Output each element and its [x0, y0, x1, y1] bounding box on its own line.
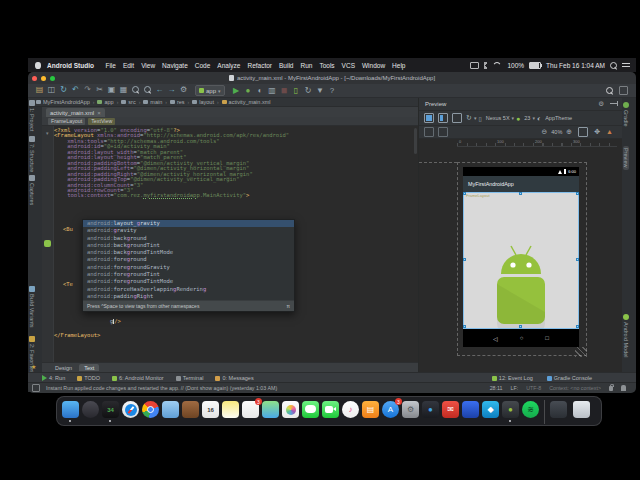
menu-item-run[interactable]: Run — [300, 62, 312, 69]
hide-panel-icon[interactable] — [610, 103, 617, 104]
tab-design[interactable]: Design — [50, 364, 77, 371]
context-indicator[interactable]: Context: <no context> — [549, 385, 601, 391]
panel-toggle-icon[interactable] — [619, 86, 628, 95]
selection-handle[interactable] — [463, 192, 466, 195]
orientation-icon[interactable]: ↻ — [466, 114, 472, 122]
tool-button-todo[interactable]: TODO — [77, 375, 100, 381]
profiler-icon[interactable]: ▥ — [267, 84, 278, 98]
apple-icon[interactable] — [35, 62, 41, 69]
sync-icon[interactable]: ↻ — [58, 83, 69, 98]
android-gutter-icon[interactable] — [44, 240, 51, 247]
breadcrumb-framelayout[interactable]: FrameLayout — [48, 118, 85, 125]
run-configuration-select[interactable]: app ▾ — [195, 85, 225, 96]
sidebar-item-gradle[interactable]: Gradle — [623, 102, 629, 127]
menu-item-vcs[interactable]: VCS — [342, 62, 355, 69]
variant-icon[interactable] — [424, 127, 434, 137]
debug-icon[interactable]: ● — [243, 84, 254, 98]
sidebar-item-1-project[interactable]: 1: Project — [29, 100, 35, 131]
redo-icon[interactable]: ↷ — [82, 83, 93, 98]
dock-facetime-icon[interactable] — [322, 401, 339, 418]
undo-icon[interactable]: ↶ — [70, 83, 81, 98]
selection-handle[interactable] — [463, 325, 466, 328]
fold-icon[interactable]: ▾ — [46, 130, 49, 136]
autocomplete-item[interactable]: android:forceHasOverlappingRendering — [83, 286, 294, 293]
selection-handle[interactable] — [463, 258, 466, 261]
dock-notes-icon[interactable] — [222, 401, 239, 418]
status-message[interactable]: Instant Run applied code changes and res… — [46, 385, 277, 391]
lock-icon[interactable] — [609, 386, 613, 391]
tool-button-terminal[interactable]: Terminal — [176, 375, 204, 381]
wifi-icon[interactable] — [492, 62, 502, 69]
dock-reminders-icon[interactable]: 3 — [242, 401, 259, 418]
both-surfaces-icon[interactable] — [452, 113, 462, 123]
dock-photos-icon[interactable] — [282, 401, 299, 418]
menu-item-build[interactable]: Build — [279, 62, 293, 69]
menu-item-file[interactable]: File — [105, 62, 115, 69]
autocomplete-item[interactable]: android:backgroundTint — [83, 242, 294, 249]
dock-droplet-app-icon[interactable]: ● — [422, 401, 439, 418]
autocomplete-item[interactable]: android:foregroundTintMode — [83, 278, 294, 285]
tool-button-12-event-log[interactable]: 12: Event Log — [492, 375, 533, 381]
battery-icon[interactable] — [529, 62, 541, 69]
menu-item-help[interactable]: Help — [392, 62, 405, 69]
dock-spotify-icon[interactable]: ≋ — [522, 401, 539, 418]
tool-button-4-run[interactable]: 4: Run — [42, 375, 65, 381]
notifications-bell-icon[interactable]: ▲ — [606, 128, 613, 135]
sdk-manager-icon[interactable]: ▼ — [315, 84, 326, 98]
breadcrumb-item-activity-main-xml[interactable]: activity_main.xml — [222, 99, 271, 105]
replace-icon[interactable] — [142, 83, 153, 98]
breadcrumb-item-app[interactable]: app — [97, 99, 113, 105]
menu-item-analyze[interactable]: Analyze — [217, 62, 240, 69]
dock-kodi-icon[interactable]: ◆ — [482, 401, 499, 418]
search-everywhere-icon[interactable] — [606, 87, 613, 94]
dock-finder-icon[interactable] — [62, 401, 79, 418]
back-icon[interactable]: ← — [154, 83, 165, 98]
caret-position[interactable]: 28:11 — [490, 385, 503, 391]
dock-mail-icon[interactable]: ✉ — [442, 401, 459, 418]
editor-scrollbar[interactable] — [414, 128, 417, 154]
device-content[interactable]: FrameLayout — [463, 192, 579, 329]
dock-downloads-folder-icon[interactable] — [550, 401, 567, 418]
zoom-out-icon[interactable]: ⊖ — [541, 128, 547, 136]
dock-contacts-icon[interactable] — [182, 401, 199, 418]
autocomplete-item[interactable]: android:foregroundGravity — [83, 264, 294, 271]
stop-icon[interactable]: ◼ — [279, 84, 290, 98]
sidebar-item-build-variants[interactable]: Build Variants — [29, 286, 35, 328]
menu-item-code[interactable]: Code — [195, 62, 211, 69]
copy-icon[interactable]: ▣ — [106, 83, 117, 98]
forward-icon[interactable]: → — [166, 83, 177, 98]
menu-item-window[interactable]: Window — [362, 62, 385, 69]
notification-center-icon[interactable] — [622, 62, 630, 69]
dock-preview-app-icon[interactable] — [162, 401, 179, 418]
favorites-star-icon[interactable]: ★ — [31, 363, 36, 370]
pan-icon[interactable]: ✥ — [594, 128, 600, 136]
zoom-fit-icon[interactable] — [578, 127, 588, 137]
theme-select[interactable]: AppTheme — [545, 115, 572, 121]
dock-terminal-icon[interactable]: 34 — [102, 401, 119, 418]
sync-gradle-icon[interactable]: ↻ — [303, 84, 314, 98]
autocomplete-item[interactable]: android:gravity — [83, 227, 294, 234]
dock-app-store-icon[interactable]: A3 — [382, 401, 399, 418]
menu-item-edit[interactable]: Edit — [123, 62, 134, 69]
find-icon[interactable] — [130, 83, 141, 98]
back-nav-icon[interactable]: ◁ — [493, 335, 498, 342]
paste-icon[interactable]: ▦ — [118, 83, 129, 98]
autocomplete-item[interactable]: android:background — [83, 235, 294, 242]
tool-button-0-messages[interactable]: 0: Messages — [215, 375, 253, 381]
run-icon[interactable]: ▶ — [231, 84, 242, 98]
coverage-icon[interactable]: ◐ — [255, 84, 266, 98]
close-tab-icon[interactable]: × — [97, 110, 101, 116]
tool-button-6-android-monitor[interactable]: 6: Android Monitor — [112, 375, 164, 381]
help-icon[interactable]: ? — [327, 84, 338, 98]
autocomplete-item[interactable]: android:layout_gravity — [83, 220, 294, 227]
landscape-icon[interactable] — [438, 127, 448, 137]
breadcrumb-item-layout[interactable]: layout — [192, 99, 214, 105]
dock-itunes-icon[interactable]: ♪ — [342, 401, 359, 418]
dock-maps-icon[interactable] — [262, 401, 279, 418]
menu-item-navigate[interactable]: Navigate — [162, 62, 188, 69]
breadcrumb-item-myfirstandroidapp[interactable]: MyFirstAndroidApp — [36, 99, 90, 105]
breadcrumb-textview[interactable]: TextView — [88, 118, 115, 125]
autocomplete-item[interactable]: android:paddingRight — [83, 293, 294, 300]
avd-manager-icon[interactable]: ▯ — [291, 84, 302, 98]
tool-window-switcher-icon[interactable] — [32, 384, 40, 392]
